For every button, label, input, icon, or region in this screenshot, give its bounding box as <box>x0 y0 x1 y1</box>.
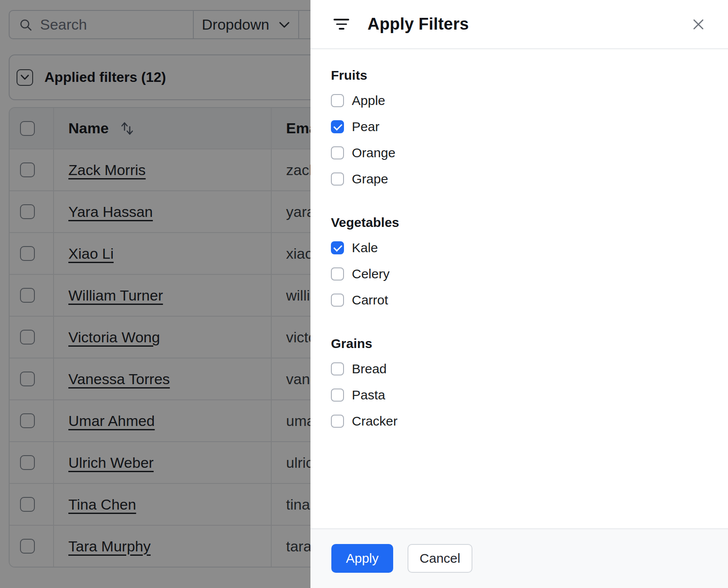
checkbox-label: Cracker <box>352 414 398 429</box>
modal-dim-overlay[interactable] <box>0 0 310 588</box>
filter-option[interactable]: Celery <box>331 261 708 287</box>
close-icon <box>693 19 704 30</box>
checkbox-label: Bread <box>352 362 387 376</box>
panel-body: Fruits Apple Pear Orange Grape <box>310 49 728 434</box>
filter-section: Fruits Apple Pear Orange Grape <box>331 67 708 192</box>
checkbox-label: Celery <box>352 267 390 281</box>
screen: Search Dropdown Applied filters (12) <box>0 0 728 588</box>
checkbox-apple[interactable] <box>331 94 344 107</box>
close-button[interactable] <box>691 17 706 32</box>
filter-option[interactable]: Apple <box>331 88 708 114</box>
filter-section: Vegetables Kale Celery Carrot <box>331 214 708 313</box>
checkbox-kale[interactable] <box>331 241 344 254</box>
checkbox-pasta[interactable] <box>331 389 344 402</box>
checkbox-grape[interactable] <box>331 172 344 186</box>
panel-footer: Apply Cancel <box>310 528 728 588</box>
checkbox-label: Carrot <box>352 293 388 308</box>
checkbox-label: Grape <box>352 172 388 186</box>
checkbox-label: Orange <box>352 145 395 160</box>
filter-option[interactable]: Kale <box>331 235 708 261</box>
apply-button[interactable]: Apply <box>331 544 393 573</box>
checkbox-bread[interactable] <box>331 362 344 375</box>
filter-panel: Apply Filters Fruits Apple Pear <box>310 0 728 588</box>
filter-option[interactable]: Bread <box>331 356 708 382</box>
filter-option[interactable]: Pear <box>331 114 708 140</box>
checkbox-celery[interactable] <box>331 267 344 280</box>
checkbox-pear[interactable] <box>331 120 344 133</box>
filter-option[interactable]: Grape <box>331 166 708 192</box>
checkbox-label: Pasta <box>352 388 385 402</box>
checkbox-cracker[interactable] <box>331 415 344 428</box>
filter-option[interactable]: Orange <box>331 140 708 166</box>
filter-option[interactable]: Cracker <box>331 408 708 434</box>
checkbox-carrot[interactable] <box>331 294 344 307</box>
panel-header: Apply Filters <box>310 0 728 49</box>
filter-section: Grains Bread Pasta Cracker <box>331 335 708 434</box>
section-heading: Grains <box>331 335 708 352</box>
checkbox-label: Apple <box>352 93 385 108</box>
filter-option[interactable]: Pasta <box>331 382 708 408</box>
section-heading: Vegetables <box>331 214 708 231</box>
checkbox-label: Pear <box>352 119 379 134</box>
section-heading: Fruits <box>331 67 708 84</box>
checkbox-orange[interactable] <box>331 146 344 159</box>
cancel-button[interactable]: Cancel <box>408 544 472 573</box>
filter-icon <box>334 19 349 30</box>
filter-option[interactable]: Carrot <box>331 287 708 313</box>
checkbox-label: Kale <box>352 240 378 255</box>
panel-title: Apply Filters <box>367 15 469 34</box>
